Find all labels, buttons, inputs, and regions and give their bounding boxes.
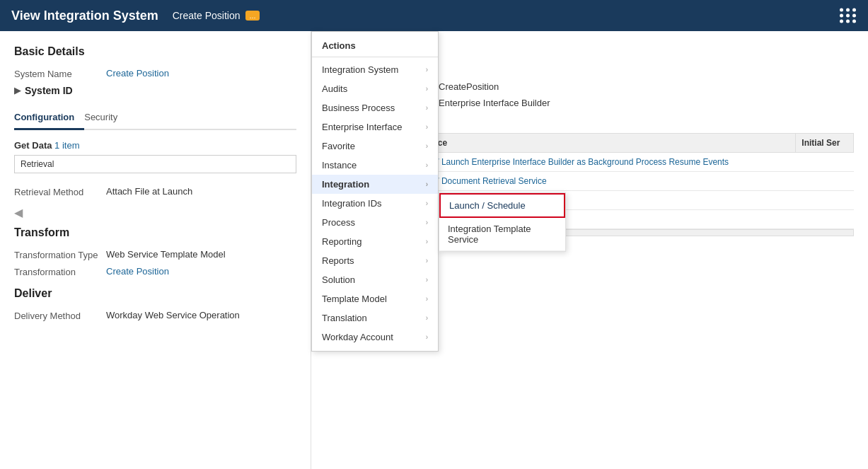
menu-item-favorite[interactable]: Favorite › <box>312 137 438 156</box>
arrow-icon-audits: › <box>426 85 428 93</box>
left-panel: Basic Details System Name Create Positio… <box>0 31 311 469</box>
get-data-section: Get Data 1 item Retrieval <box>14 140 296 173</box>
retrieval-method-row: Retrieval Method Attach File at Launch <box>14 186 296 197</box>
menu-label-solution: Solution <box>322 274 355 285</box>
menu-item-enterprise-interface[interactable]: Enterprise Interface › <box>312 117 438 137</box>
submenu-label-integration-template-service: Integration Template Service <box>448 224 531 245</box>
menu-item-workday-account[interactable]: Workday Account › <box>312 328 438 347</box>
app-title: View Integration System <box>11 8 158 23</box>
menu-label-process: Process <box>322 217 355 228</box>
menu-label-reports: Reports <box>322 255 354 266</box>
tab-configuration[interactable]: Configuration <box>14 106 84 130</box>
row-3-col-2 <box>796 191 854 210</box>
menu-label-instance: Instance <box>322 160 357 170</box>
row-4-col-2 <box>796 210 854 229</box>
system-id-label: System ID <box>25 85 73 96</box>
menu-label-business-process: Business Process <box>322 103 395 113</box>
menu-label-translation: Translation <box>322 313 367 323</box>
arrow-icon-integration: › <box>426 180 428 188</box>
menu-item-audits[interactable]: Audits › <box>312 79 438 98</box>
menu-item-translation[interactable]: Translation › <box>312 308 438 328</box>
menu-item-integration-system[interactable]: Integration System › <box>312 60 438 79</box>
submenu-label-launch-schedule: Launch / Schedule <box>449 200 526 211</box>
arrow-icon-template-model: › <box>426 295 428 303</box>
arrow-icon-reports: › <box>426 257 428 265</box>
get-data-count: 1 item <box>54 140 79 151</box>
get-data-label: Get Data 1 item <box>14 140 296 151</box>
row-1-col-2 <box>796 153 854 172</box>
arrow-icon-favorite: › <box>426 142 428 150</box>
retrieval-method-value: Attach File at Launch <box>106 186 192 197</box>
menu-item-integration[interactable]: Integration › <box>312 175 438 194</box>
system-name-row: System Name Create Position <box>14 68 296 79</box>
delivery-method-value: Workday Web Service Operation <box>106 310 240 320</box>
chevron-right-icon: ▶ <box>14 86 21 95</box>
actions-header: Actions <box>312 36 438 57</box>
delivery-method-row: Delivery Method Workday Web Service Oper… <box>14 310 296 321</box>
arrow-icon-translation: › <box>426 314 428 322</box>
tab-security[interactable]: Security <box>84 106 127 130</box>
transformation-type-row: Transformation Type Web Service Template… <box>14 249 296 260</box>
menu-label-enterprise-interface: Enterprise Interface <box>322 122 402 132</box>
menu-label-reporting: Reporting <box>322 236 361 247</box>
horizontal-scroll-left[interactable]: ◀ <box>14 206 23 219</box>
breadcrumb-create-position[interactable]: Create Position <box>173 10 241 21</box>
menu-item-reports[interactable]: Reports › <box>312 251 438 270</box>
menu-item-integration-ids[interactable]: Integration IDs › <box>312 194 438 213</box>
integration-submenu: Launch / Schedule Integration Template S… <box>439 192 566 252</box>
col-initial-ser: Initial Ser <box>796 134 854 153</box>
menu-item-business-process[interactable]: Business Process › <box>312 98 438 117</box>
actions-dropdown: Actions Integration System › Audits › Bu… <box>311 31 439 352</box>
menu-label-favorite: Favorite <box>322 141 355 151</box>
system-id-detail-value: CreatePosition <box>439 81 499 92</box>
transformation-type-label: Transformation Type <box>14 249 106 260</box>
system-name-label: System Name <box>14 68 106 79</box>
main-layout: Basic Details System Name Create Positio… <box>0 31 868 469</box>
menu-item-template-model[interactable]: Template Model › <box>312 289 438 308</box>
transformation-label: Transformation <box>14 266 106 277</box>
submenu-item-integration-template-service[interactable]: Integration Template Service <box>439 218 565 251</box>
system-id-row[interactable]: ▶ System ID <box>14 85 296 96</box>
get-data-table: Retrieval <box>14 155 296 173</box>
arrow-icon-instance: › <box>426 161 428 169</box>
table-row: Retrieval <box>15 156 296 173</box>
basic-details-title: Basic Details <box>14 45 296 58</box>
arrow-icon-workday-account: › <box>426 333 428 341</box>
arrow-icon-solution: › <box>426 276 428 284</box>
transform-title: Transform <box>14 226 296 239</box>
menu-label-integration: Integration <box>322 179 369 190</box>
menu-item-process[interactable]: Process › <box>312 213 438 232</box>
submenu-item-launch-schedule[interactable]: Launch / Schedule <box>439 193 565 218</box>
delivery-method-label: Delivery Method <box>14 310 106 321</box>
menu-label-template-model: Template Model <box>322 294 387 304</box>
menu-label-workday-account: Workday Account <box>322 332 393 342</box>
retrieval-method-label: Retrieval Method <box>14 186 106 197</box>
deliver-title: Deliver <box>14 287 296 300</box>
arrow-icon-reporting: › <box>426 238 428 245</box>
menu-label-integration-system: Integration System <box>322 64 398 75</box>
grid-menu-icon[interactable] <box>840 8 857 23</box>
top-navigation-bar: View Integration System Create Position … <box>0 0 868 31</box>
row-2-col-2 <box>796 172 854 191</box>
retrieval-cell: Retrieval <box>15 156 296 173</box>
menu-item-solution[interactable]: Solution › <box>312 270 438 289</box>
arrow-icon-business-process: › <box>426 104 428 112</box>
transformation-type-value: Web Service Template Model <box>106 249 226 260</box>
arrow-icon-process: › <box>426 219 428 226</box>
arrow-icon-enterprise-interface: › <box>426 123 428 131</box>
menu-item-reporting[interactable]: Reporting › <box>312 232 438 251</box>
transformation-value[interactable]: Create Position <box>106 266 169 277</box>
menu-label-audits: Audits <box>322 83 347 94</box>
menu-item-instance[interactable]: Instance › <box>312 156 438 175</box>
integration-template-value: Enterprise Interface Builder <box>439 98 550 108</box>
menu-label-integration-ids: Integration IDs <box>322 198 382 209</box>
configuration-tabs: Configuration Security <box>14 106 296 130</box>
system-name-value[interactable]: Create Position <box>106 68 169 79</box>
arrow-icon-integration-ids: › <box>426 199 428 207</box>
arrow-icon-integration-system: › <box>426 66 428 74</box>
action-badge[interactable]: ... <box>245 11 259 21</box>
transformation-row: Transformation Create Position <box>14 266 296 277</box>
